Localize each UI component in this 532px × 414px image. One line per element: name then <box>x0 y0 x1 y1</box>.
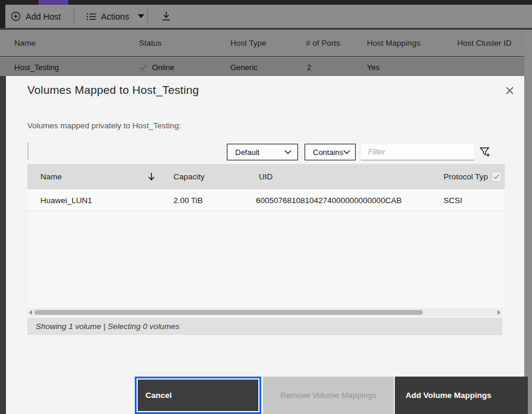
volume-uid-cell: 60050768108104274000000000000CAB <box>256 189 402 211</box>
volumes-mapped-dialog: Volumes Mapped to Host_Testing Volumes m… <box>6 76 524 414</box>
volume-capacity-cell: 2.00 TiB <box>173 189 203 211</box>
scroll-left-arrow[interactable] <box>29 310 32 315</box>
table-status-bar: Showing 1 volume | Selecting 0 volumes <box>27 318 502 335</box>
remove-button-label: Remove Volume Mappings <box>280 391 376 400</box>
cancel-button[interactable]: Cancel <box>135 377 261 414</box>
add-filter-button[interactable] <box>477 144 493 160</box>
add-button-label: Add Volume Mappings <box>406 391 492 400</box>
hosts-col-mappings[interactable]: Host Mappings <box>367 30 420 56</box>
volumes-col-protocol[interactable]: Protocol Typ <box>444 164 495 189</box>
volumes-col-capacity[interactable]: Capacity <box>173 164 205 189</box>
volumes-table-header: Name Capacity UID Protocol Typ <box>27 164 505 189</box>
horizontal-scrollbar[interactable] <box>27 308 502 316</box>
column-settings-icon[interactable] <box>492 172 501 182</box>
toolbar-divider <box>74 9 74 24</box>
filter-toolbar-edge <box>27 143 28 160</box>
volumes-col-uid[interactable]: UID <box>259 164 273 189</box>
dimmed-right-background <box>524 30 532 414</box>
funnel-plus-icon <box>479 146 491 158</box>
chevron-down-icon <box>343 150 350 154</box>
close-button[interactable] <box>500 81 519 100</box>
host-status-label: Online <box>152 63 175 72</box>
dialog-subtitle: Volumes mapped privately to Host_Testing… <box>27 121 181 130</box>
host-table-row[interactable]: Host_Testing Online Generic 2 Yes <box>0 57 532 76</box>
actions-dropdown-button[interactable]: Actions <box>87 5 144 28</box>
export-download-button[interactable] <box>161 5 172 28</box>
caret-down-icon <box>138 14 144 18</box>
cancel-button-label: Cancel <box>145 391 172 400</box>
active-tab-indicator <box>39 0 68 5</box>
dialog-title: Volumes Mapped to Host_Testing <box>27 84 199 97</box>
filter-text-input[interactable] <box>361 144 474 160</box>
scroll-right-arrow[interactable] <box>498 310 501 315</box>
volume-protocol-cell: SCSI <box>444 189 463 211</box>
add-host-button[interactable]: Add Host <box>11 5 61 28</box>
add-volume-mappings-button[interactable]: Add Volume Mappings <box>395 377 528 414</box>
hosts-col-host-type[interactable]: Host Type <box>230 30 267 56</box>
add-host-label: Add Host <box>26 12 61 21</box>
filter-operator-select[interactable]: Contains <box>305 144 356 160</box>
hosts-col-cluster-id[interactable]: Host Cluster ID <box>457 30 512 56</box>
download-icon <box>161 11 172 21</box>
host-name-cell: Host_Testing <box>14 58 59 77</box>
host-status-cell: Online <box>139 58 175 77</box>
online-check-icon <box>139 64 148 71</box>
dimmed-left-background <box>0 76 6 414</box>
remove-volume-mappings-button-disabled: Remove Volume Mappings <box>263 377 394 414</box>
host-ports-cell: 2 <box>307 58 311 77</box>
hosts-col-name[interactable]: Name <box>14 30 36 56</box>
hosts-col-ports[interactable]: # of Ports <box>306 30 340 56</box>
host-type-cell: Generic <box>230 58 258 77</box>
volumes-table-empty-area <box>27 211 505 308</box>
sort-descending-icon[interactable] <box>148 164 155 189</box>
add-circle-icon <box>11 11 21 21</box>
filter-scope-value: Default <box>235 148 259 157</box>
status-text: Showing 1 volume | Selecting 0 volumes <box>36 322 179 331</box>
volume-table-row[interactable]: Huawei_LUN1 2.00 TiB 6005076810810427400… <box>27 189 505 211</box>
filter-operator-value: Contains <box>313 148 343 157</box>
scrollbar-thumb[interactable] <box>34 310 423 315</box>
volumes-col-name[interactable]: Name <box>40 164 62 189</box>
list-icon <box>87 12 96 21</box>
hosts-toolbar: Add Host Actions <box>0 5 532 28</box>
top-nav-bar <box>0 0 532 5</box>
actions-label: Actions <box>101 12 129 21</box>
host-mappings-cell: Yes <box>367 58 379 77</box>
close-icon <box>505 86 514 95</box>
toolbar-divider <box>147 9 148 24</box>
volume-name-cell: Huawei_LUN1 <box>40 189 92 211</box>
chevron-down-icon <box>284 150 292 154</box>
filter-scope-select[interactable]: Default <box>227 144 298 160</box>
volumes-col-name-label: Name <box>40 172 62 181</box>
hosts-col-status[interactable]: Status <box>139 30 162 56</box>
hosts-table-header: Name Status Host Type # of Ports Host Ma… <box>0 30 532 56</box>
